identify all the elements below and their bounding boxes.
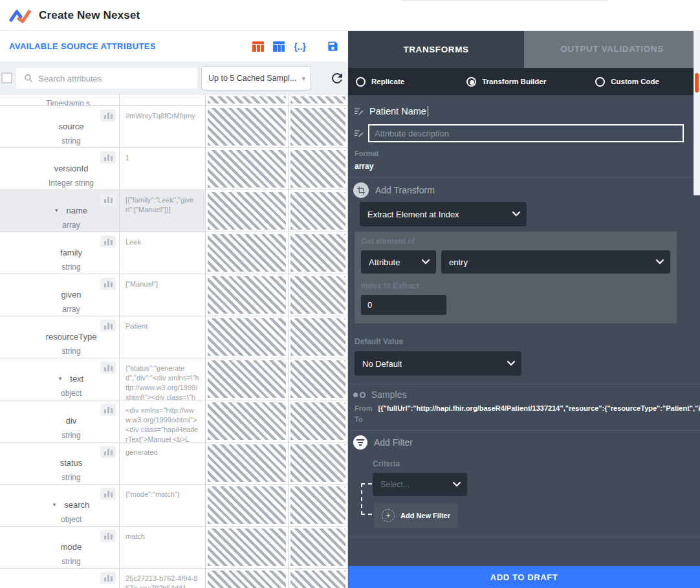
edit-icon (353, 106, 364, 117)
top-divider-line (401, 0, 608, 1)
attribute-sample-value: [{"family":"Leek","given":["Manuel"]}] (120, 190, 206, 232)
attribute-name-cell[interactable]: ▾searchobject (0, 485, 120, 526)
transform-type-dropdown[interactable]: Extract Element at Index (360, 202, 527, 226)
sample-preview-hatch (206, 148, 289, 190)
cached-samples-dropdown[interactable]: Up to 5 Cached Sampl... ▾ (201, 66, 311, 91)
attribute-name-cell[interactable]: statusstring (0, 442, 120, 484)
attribute-row[interactable]: 25c27213-b762-4f94-867e-cac792b54d41 (0, 569, 348, 588)
default-value-dropdown[interactable]: No Default (355, 351, 521, 376)
radio-icon (356, 77, 366, 87)
attribute-name-cell[interactable]: sourcestring (0, 106, 120, 147)
attribute-type: string (23, 263, 119, 272)
index-to-extract-input[interactable] (361, 295, 446, 315)
format-label: Format (355, 149, 700, 157)
filter-icon[interactable] (353, 435, 367, 450)
stats-icon[interactable] (100, 530, 116, 542)
attribute-description-input[interactable] (368, 124, 684, 142)
format-value: array (355, 162, 700, 171)
attribute-name-cell[interactable]: resourceTypestring (0, 316, 120, 358)
attribute-search-box[interactable] (16, 68, 197, 89)
attribute-row[interactable]: Timestamp s... (0, 94, 348, 106)
stats-icon[interactable] (100, 320, 116, 332)
attribute-name-cell[interactable]: modestring (0, 527, 120, 568)
collapse-arrow-icon[interactable]: ▾ (59, 375, 62, 382)
attribute-name-cell[interactable]: givenarray (0, 274, 120, 316)
record-view-icon[interactable] (252, 41, 264, 52)
attribute-type: Timestamp s... (23, 99, 119, 105)
sample-preview-hatch (206, 232, 289, 274)
attribute-name: mode (61, 542, 82, 552)
mode-transform-builder[interactable]: Transform Builder (466, 77, 546, 87)
attribute-row[interactable]: familystringLeek (0, 232, 348, 274)
stats-icon[interactable] (100, 193, 116, 206)
sample-preview-hatch (206, 106, 289, 147)
attribute-name: given (61, 290, 81, 299)
attribute-name-cell[interactable]: ▾textobject (0, 358, 120, 400)
scrollbar-thumb-orange[interactable] (695, 73, 699, 93)
save-icon[interactable] (327, 40, 339, 52)
attribute-row[interactable]: divstring<div xmlns="http://www.w3.org/1… (0, 400, 348, 442)
source-attribute-dropdown[interactable]: entry (441, 250, 670, 274)
stats-icon[interactable] (100, 362, 116, 374)
source-kind-dropdown[interactable]: Attribute (361, 250, 436, 274)
attribute-row[interactable]: statusstringgenerated (0, 442, 348, 485)
stats-icon[interactable] (100, 151, 116, 164)
attribute-name-cell[interactable] (0, 569, 120, 588)
stats-icon[interactable] (100, 109, 116, 122)
stats-icon[interactable] (100, 446, 116, 458)
attribute-row[interactable]: givenarray["Manuel"] (0, 274, 348, 316)
page-title: Create New Nexset (39, 9, 140, 22)
stats-icon[interactable] (100, 572, 116, 584)
sample-to-row: To (355, 415, 700, 423)
sample-preview-hatch (289, 148, 348, 190)
attribute-name-cell[interactable]: divstring (0, 400, 120, 442)
attribute-row[interactable]: resourceTypestringPatient (0, 316, 348, 358)
transform-icon[interactable] (353, 182, 369, 198)
attribute-name-cell[interactable]: ▾namearray (0, 190, 120, 232)
source-panel-header: AVAILABLE SOURCE ATTRIBUTES {..} (0, 31, 348, 62)
attribute-row[interactable]: versionIdInteger string1 (0, 148, 348, 190)
criteria-dropdown[interactable]: Select... (373, 473, 467, 496)
attribute-row[interactable]: sourcestring#mWnryTq8fCrMfqmy (0, 106, 348, 148)
filter-connector-line (361, 483, 372, 515)
collapse-arrow-icon[interactable]: ▾ (53, 501, 56, 508)
mode-replicate-label: Replicate (371, 78, 404, 85)
attribute-name-cell[interactable]: familystring (0, 232, 120, 274)
json-view-icon[interactable]: {..} (294, 41, 306, 52)
get-element-of-label: Get element of (361, 237, 670, 246)
attribute-name-input[interactable]: Patient Name (369, 106, 426, 116)
mode-custom-code[interactable]: Custom Code (595, 77, 659, 87)
top-bar: Create New Nexset (0, 0, 700, 31)
attribute-name: versionId (54, 164, 89, 173)
stats-icon[interactable] (100, 278, 116, 290)
tab-output-validations[interactable]: OUTPUT VALIDATIONS (524, 31, 700, 68)
select-all-checkbox[interactable] (1, 72, 12, 83)
attribute-row[interactable]: ▾textobject{"status":"generated","div":"… (0, 358, 348, 400)
collapse-arrow-icon[interactable]: ▾ (55, 207, 58, 213)
add-to-draft-button[interactable]: ADD TO DRAFT (348, 566, 700, 588)
tab-transforms[interactable]: TRANSFORMS (348, 31, 524, 68)
attribute-row[interactable]: modestringmatch (0, 527, 348, 569)
stats-icon[interactable] (100, 404, 116, 416)
attribute-name-cell[interactable]: Timestamp s... (0, 94, 120, 105)
create-nexset-window: Create New Nexset AVAILABLE SOURCE ATTRI… (0, 0, 700, 588)
mode-replicate[interactable]: Replicate (356, 77, 404, 87)
search-input[interactable] (38, 74, 180, 83)
attribute-type: object (23, 389, 119, 398)
add-new-filter-button[interactable]: + Add New Filter (374, 503, 458, 528)
attribute-type: string (23, 473, 119, 482)
attribute-name-cell[interactable]: versionIdInteger string (0, 148, 120, 190)
attribute-row[interactable]: ▾searchobject{"mode":"match"} (0, 485, 348, 527)
sample-preview-hatch (206, 358, 289, 400)
stats-icon[interactable] (100, 235, 116, 248)
attribute-sample-value: 1 (120, 148, 206, 190)
grid-view-icon[interactable] (273, 41, 285, 52)
filter-body: Criteria Select... + Add New Filter (348, 453, 700, 537)
refresh-icon[interactable] (329, 71, 345, 86)
stats-icon[interactable] (100, 488, 116, 500)
scrollbar-track[interactable] (694, 31, 700, 195)
sample-preview-hatch (206, 485, 289, 526)
attribute-row[interactable]: ▾namearray[{"family":"Leek","given":["Ma… (0, 190, 348, 232)
attribute-name: div (66, 416, 77, 426)
attributes-table: Timestamp s...sourcestring#mWnryTq8fCrMf… (0, 94, 348, 588)
